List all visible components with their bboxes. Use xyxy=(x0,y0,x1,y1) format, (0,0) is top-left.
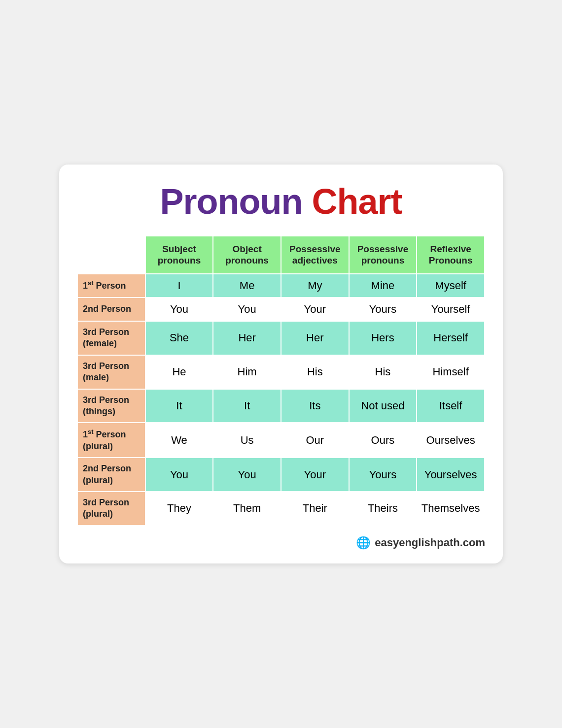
globe-icon: 🌐 xyxy=(356,536,371,550)
col-header-poss-adj: Possessiveadjectives xyxy=(281,236,349,274)
cell-object: You xyxy=(213,298,281,321)
table-row: 1st PersonIMeMyMineMyself xyxy=(77,274,485,298)
cell-subject: I xyxy=(145,274,213,298)
cell-possPron: His xyxy=(349,355,417,389)
cell-possPron: Mine xyxy=(349,274,417,298)
cell-reflexive: Himself xyxy=(417,355,485,389)
col-header-subject: Subjectpronouns xyxy=(145,236,213,274)
cell-subject: You xyxy=(145,458,213,492)
row-label: 1st Person xyxy=(77,274,145,298)
table-row: 3rd Person(female)SheHerHerHersHerself xyxy=(77,321,485,355)
cell-subject: He xyxy=(145,355,213,389)
cell-possAdj: Her xyxy=(281,321,349,355)
cell-possPron: Not used xyxy=(349,389,417,423)
cell-possPron: Theirs xyxy=(349,492,417,526)
cell-reflexive: Ourselves xyxy=(417,423,485,458)
cell-possAdj: Its xyxy=(281,389,349,423)
table-row: 2nd Person(plural)YouYouYourYoursYoursel… xyxy=(77,458,485,492)
table-row: 1st Person(plural)WeUsOurOursOurselves xyxy=(77,423,485,458)
table-row: 2nd PersonYouYouYourYoursYourself xyxy=(77,298,485,321)
cell-subject: It xyxy=(145,389,213,423)
cell-possAdj: Our xyxy=(281,423,349,458)
table-row: 3rd Person(male)HeHimHisHisHimself xyxy=(77,355,485,389)
cell-object: Him xyxy=(213,355,281,389)
table-row: 3rd Person(things)ItItItsNot usedItself xyxy=(77,389,485,423)
cell-possAdj: Their xyxy=(281,492,349,526)
cell-object: Me xyxy=(213,274,281,298)
cell-object: It xyxy=(213,389,281,423)
cell-object: Us xyxy=(213,423,281,458)
page-title: Pronoun Chart xyxy=(77,182,485,221)
cell-object: Them xyxy=(213,492,281,526)
cell-reflexive: Yourself xyxy=(417,298,485,321)
cell-reflexive: Itself xyxy=(417,389,485,423)
title-chart: Chart xyxy=(312,182,402,221)
col-header-object: Objectpronouns xyxy=(213,236,281,274)
col-header-poss-pron: Possessivepronouns xyxy=(349,236,417,274)
row-label: 3rd Person(female) xyxy=(77,321,145,355)
row-label: 2nd Person xyxy=(77,298,145,321)
cell-object: Her xyxy=(213,321,281,355)
cell-reflexive: Herself xyxy=(417,321,485,355)
cell-subject: She xyxy=(145,321,213,355)
cell-possAdj: Your xyxy=(281,458,349,492)
cell-possPron: Yours xyxy=(349,458,417,492)
cell-possAdj: Your xyxy=(281,298,349,321)
row-label: 3rd Person(male) xyxy=(77,355,145,389)
cell-reflexive: Yourselves xyxy=(417,458,485,492)
cell-subject: They xyxy=(145,492,213,526)
cell-possPron: Yours xyxy=(349,298,417,321)
cell-reflexive: Themselves xyxy=(417,492,485,526)
col-header-empty xyxy=(77,236,145,274)
footer: 🌐 easyenglishpath.com xyxy=(77,536,485,550)
title-pronoun: Pronoun xyxy=(160,182,303,221)
col-header-reflexive: ReflexivePronouns xyxy=(417,236,485,274)
table-row: 3rd Person(plural)TheyThemTheirTheirsThe… xyxy=(77,492,485,526)
cell-reflexive: Myself xyxy=(417,274,485,298)
row-label: 3rd Person(things) xyxy=(77,389,145,423)
cell-object: You xyxy=(213,458,281,492)
cell-subject: We xyxy=(145,423,213,458)
row-label: 3rd Person(plural) xyxy=(77,492,145,526)
header-row: Subjectpronouns Objectpronouns Possessiv… xyxy=(77,236,485,274)
card: Pronoun Chart Subjectpronouns Objectpron… xyxy=(59,165,503,563)
cell-subject: You xyxy=(145,298,213,321)
pronoun-table: Subjectpronouns Objectpronouns Possessiv… xyxy=(77,235,485,526)
cell-possPron: Ours xyxy=(349,423,417,458)
row-label: 2nd Person(plural) xyxy=(77,458,145,492)
cell-possAdj: His xyxy=(281,355,349,389)
cell-possPron: Hers xyxy=(349,321,417,355)
row-label: 1st Person(plural) xyxy=(77,423,145,458)
cell-possAdj: My xyxy=(281,274,349,298)
website-label: easyenglishpath.com xyxy=(375,536,485,549)
